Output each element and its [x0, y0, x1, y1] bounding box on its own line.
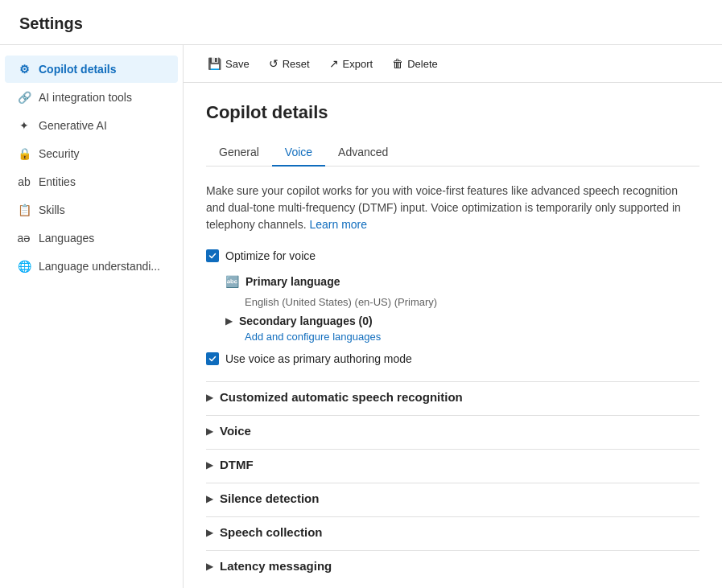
- sidebar-item-label-skills: Skills: [39, 204, 65, 216]
- reset-icon: ↺: [269, 57, 278, 70]
- main-layout: ⚙ Copilot details 🔗 AI integration tools…: [0, 45, 722, 588]
- sidebar-item-label-language-understanding: Language understandi...: [39, 260, 160, 273]
- page-content: Copilot details GeneralVoiceAdvanced Mak…: [184, 83, 722, 588]
- expandable-sections: ▶ Customized automatic speech recognitio…: [206, 381, 699, 581]
- sidebar-item-entities[interactable]: ab Entities: [5, 168, 178, 195]
- expand-header-speech-collection[interactable]: ▶ Speech collection: [206, 517, 699, 547]
- sidebar: ⚙ Copilot details 🔗 AI integration tools…: [0, 45, 184, 588]
- tab-general[interactable]: General: [206, 139, 272, 167]
- copilot-details-title: Copilot details: [206, 102, 699, 123]
- expand-header-custom-asr[interactable]: ▶ Customized automatic speech recognitio…: [206, 382, 699, 412]
- tab-advanced[interactable]: Advanced: [325, 139, 401, 167]
- secondary-languages-label: Secondary languages (0): [239, 315, 373, 327]
- delete-button[interactable]: 🗑Delete: [384, 53, 446, 74]
- expand-section-latency-messaging: ▶ Latency messaging: [206, 551, 699, 581]
- expand-chevron-voice: ▶: [206, 426, 213, 437]
- sidebar-item-security[interactable]: 🔒 Security: [5, 140, 178, 167]
- optimize-voice-checkbox[interactable]: [206, 249, 219, 262]
- export-icon: ↗: [329, 57, 339, 70]
- expand-title-latency-messaging: Latency messaging: [220, 559, 332, 573]
- expand-title-voice: Voice: [220, 424, 251, 438]
- generative-ai-icon: ✦: [18, 119, 31, 132]
- sidebar-item-label-copilot-details: Copilot details: [39, 63, 116, 76]
- expand-header-latency-messaging[interactable]: ▶ Latency messaging: [206, 551, 699, 581]
- app-header: Settings: [0, 0, 722, 45]
- sidebar-item-generative-ai[interactable]: ✦ Generative AI: [5, 112, 178, 139]
- save-button[interactable]: 💾Save: [200, 53, 258, 74]
- add-configure-languages-link[interactable]: Add and configure languages: [245, 331, 699, 343]
- primary-language-row: 🔤 Primary language: [225, 272, 699, 291]
- expand-title-custom-asr: Customized automatic speech recognition: [220, 390, 463, 404]
- sidebar-item-language-understanding[interactable]: 🌐 Language understandi...: [5, 253, 178, 280]
- sidebar-item-label-security: Security: [39, 147, 80, 160]
- expand-header-silence-detection[interactable]: ▶ Silence detection: [206, 483, 699, 513]
- ai-integration-tools-icon: 🔗: [18, 91, 31, 104]
- voice-description: Make sure your copilot works for you wit…: [206, 183, 699, 233]
- use-voice-row[interactable]: Use voice as primary authoring mode: [206, 352, 699, 365]
- primary-language-value: English (United States) (en-US) (Primary…: [245, 296, 699, 308]
- security-icon: 🔒: [18, 147, 31, 160]
- expand-title-silence-detection: Silence detection: [220, 491, 319, 505]
- secondary-lang-chevron: ▶: [225, 315, 233, 327]
- sidebar-item-label-ai-integration-tools: AI integration tools: [39, 91, 132, 104]
- learn-more-link[interactable]: Learn more: [309, 218, 367, 231]
- primary-language-section: 🔤 Primary language English (United State…: [225, 272, 699, 343]
- tab-voice[interactable]: Voice: [272, 139, 325, 167]
- entities-icon: ab: [18, 175, 31, 188]
- expand-section-custom-asr: ▶ Customized automatic speech recognitio…: [206, 382, 699, 412]
- expand-chevron-latency-messaging: ▶: [206, 561, 213, 572]
- expand-chevron-speech-collection: ▶: [206, 527, 213, 538]
- content-area: 💾Save↺Reset↗Export🗑Delete Copilot detail…: [184, 45, 722, 588]
- save-icon: 💾: [208, 57, 221, 70]
- expand-section-speech-collection: ▶ Speech collection: [206, 517, 699, 547]
- use-voice-label: Use voice as primary authoring mode: [225, 352, 412, 365]
- sidebar-item-copilot-details[interactable]: ⚙ Copilot details: [5, 56, 178, 83]
- expand-header-dtmf[interactable]: ▶ DTMF: [206, 450, 699, 479]
- sidebar-item-label-generative-ai: Generative AI: [39, 119, 107, 132]
- expand-header-voice[interactable]: ▶ Voice: [206, 416, 699, 446]
- optimize-voice-row[interactable]: Optimize for voice: [206, 249, 699, 262]
- sidebar-item-label-entities: Entities: [39, 175, 76, 188]
- expand-chevron-dtmf: ▶: [206, 459, 213, 471]
- expand-chevron-custom-asr: ▶: [206, 392, 213, 403]
- toolbar: 💾Save↺Reset↗Export🗑Delete: [184, 45, 722, 83]
- tabs-container: GeneralVoiceAdvanced: [206, 139, 699, 167]
- primary-language-label: Primary language: [245, 275, 340, 288]
- sidebar-item-languages[interactable]: aə Languages: [5, 224, 178, 252]
- primary-lang-icon: 🔤: [225, 275, 239, 288]
- secondary-languages-row[interactable]: ▶ Secondary languages (0): [225, 315, 699, 327]
- languages-icon: aə: [18, 232, 31, 245]
- expand-section-silence-detection: ▶ Silence detection: [206, 483, 699, 513]
- expand-title-speech-collection: Speech collection: [220, 525, 323, 539]
- reset-button[interactable]: ↺Reset: [261, 53, 318, 74]
- optimize-voice-label: Optimize for voice: [225, 249, 316, 262]
- expand-section-dtmf: ▶ DTMF: [206, 450, 699, 479]
- export-button[interactable]: ↗Export: [321, 53, 382, 74]
- expand-section-voice: ▶ Voice: [206, 416, 699, 446]
- expand-chevron-silence-detection: ▶: [206, 493, 213, 504]
- page-title: Settings: [19, 14, 703, 33]
- expand-title-dtmf: DTMF: [220, 458, 254, 471]
- delete-icon: 🗑: [392, 57, 403, 70]
- use-voice-checkbox[interactable]: [206, 352, 219, 365]
- sidebar-item-ai-integration-tools[interactable]: 🔗 AI integration tools: [5, 84, 178, 111]
- copilot-details-icon: ⚙: [18, 63, 31, 76]
- sidebar-item-label-languages: Languages: [39, 232, 94, 245]
- sidebar-item-skills[interactable]: 📋 Skills: [5, 196, 178, 224]
- skills-icon: 📋: [18, 204, 31, 216]
- language-understanding-icon: 🌐: [18, 260, 31, 273]
